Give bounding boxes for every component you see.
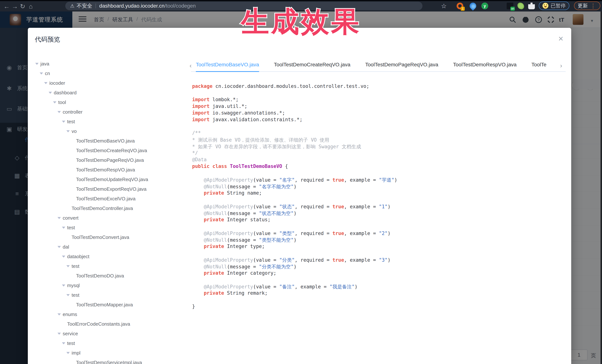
- tree-folder[interactable]: controller: [35, 107, 185, 117]
- code-line: @ApiModelProperty(value = "备注", example …: [192, 284, 563, 290]
- tree-folder[interactable]: cn: [35, 69, 185, 78]
- code-line: @ApiModelProperty(value = "状态", required…: [192, 204, 563, 210]
- code-line: private Integer status;: [192, 217, 563, 224]
- tree-folder[interactable]: java: [35, 59, 185, 69]
- caret-down-icon[interactable]: [62, 121, 65, 123]
- code-line: @NotNull(message = "类型不能为空"): [192, 237, 563, 244]
- tree-file[interactable]: ToolTestDemoMapper.java: [35, 300, 185, 310]
- tree-file[interactable]: ToolTestDemoRespVO.java: [35, 165, 185, 175]
- file-tab-3[interactable]: ToolTestDemoRespVO.java: [453, 60, 516, 72]
- code-line: /**: [192, 130, 563, 137]
- code-line: }: [192, 304, 563, 310]
- caret-down-icon[interactable]: [66, 265, 70, 267]
- tree-folder[interactable]: test: [35, 223, 185, 232]
- file-tab-4[interactable]: ToolTe: [531, 60, 546, 72]
- code-line: import lombok.*;: [192, 97, 563, 104]
- tree-folder[interactable]: test: [35, 338, 185, 348]
- tree-file[interactable]: ToolTestDemoController.java: [35, 204, 185, 213]
- code-line: * 测试示例 Base VO，提供给添加、修改、详细的子 VO 使用: [192, 137, 563, 144]
- code-line: private String remark;: [192, 290, 563, 297]
- code-line: @NotNull(message = "状态不能为空"): [192, 210, 563, 217]
- caret-down-icon[interactable]: [57, 111, 61, 113]
- tree-folder[interactable]: vo: [35, 126, 185, 136]
- code-line: public class ToolTestDemoBaseVO {: [192, 164, 563, 170]
- code-line: [192, 197, 563, 204]
- tree-folder[interactable]: test: [35, 290, 185, 300]
- caret-down-icon[interactable]: [35, 63, 39, 65]
- tree-file[interactable]: ToolTestDemoConvert.java: [35, 232, 185, 242]
- code-line: [192, 90, 563, 97]
- screen: 芋道管理系统 ◉首页✱系统管理▭基础设施▣研发工具 代码生成◇代▦表≡系▤数 首…: [0, 0, 602, 364]
- code-line: private Integer type;: [192, 244, 563, 250]
- caret-down-icon[interactable]: [62, 284, 65, 287]
- tree-file[interactable]: ToolTestDemoPageReqVO.java: [35, 155, 185, 165]
- tree-file[interactable]: ToolTestDemoExcelVO.java: [35, 194, 185, 204]
- caret-down-icon[interactable]: [49, 92, 52, 94]
- tree-folder[interactable]: tool: [35, 97, 185, 107]
- tree-folder[interactable]: mysql: [35, 281, 185, 290]
- code-line: @ApiModelProperty(value = "分类", required…: [192, 257, 563, 264]
- code-line: */: [192, 150, 563, 157]
- tree-folder[interactable]: convert: [35, 213, 185, 223]
- code-line: private Integer category;: [192, 270, 563, 277]
- annotation-text: 生成效果: [0, 3, 602, 41]
- code-line: @NotNull(message = "分类不能为空"): [192, 264, 563, 270]
- code-line: package cn.iocoder.dashboard.modules.too…: [192, 83, 563, 90]
- file-tabs: ‹ ToolTestDemoBaseVO.javaToolTestDemoCre…: [191, 60, 566, 72]
- tree-folder[interactable]: dal: [35, 242, 185, 252]
- code-preview-modal: 代码预览 × javacniocoderdashboardtoolcontrol…: [28, 28, 571, 364]
- file-tree: javacniocoderdashboardtoolcontrollertest…: [35, 59, 185, 364]
- caret-down-icon[interactable]: [62, 227, 65, 229]
- caret-down-icon[interactable]: [40, 73, 43, 74]
- tree-file[interactable]: ToolTestDemoExportReqVO.java: [35, 184, 185, 194]
- caret-down-icon[interactable]: [66, 294, 70, 296]
- tree-folder[interactable]: test: [35, 117, 185, 126]
- code-line: import java.util.*;: [192, 104, 563, 110]
- tree-folder[interactable]: test: [35, 261, 185, 271]
- code-line: [192, 250, 563, 257]
- caret-down-icon[interactable]: [44, 82, 47, 84]
- file-tab-0[interactable]: ToolTestDemoBaseVO.java: [196, 60, 259, 72]
- caret-down-icon[interactable]: [62, 256, 65, 258]
- caret-down-icon[interactable]: [57, 313, 61, 315]
- tree-folder[interactable]: dashboard: [35, 88, 185, 97]
- caret-down-icon[interactable]: [53, 101, 56, 104]
- code-line: import javax.validation.constraints.*;: [192, 117, 563, 124]
- code-line: @Data: [192, 157, 563, 164]
- code-line: * 如果子 VO 存在差异的字段，请不要添加到这里，影响 Swagger 文档生…: [192, 144, 563, 150]
- caret-down-icon[interactable]: [57, 333, 61, 335]
- tree-folder[interactable]: enums: [35, 310, 185, 319]
- code-viewer[interactable]: package cn.iocoder.dashboard.modules.too…: [192, 83, 563, 363]
- code-line: import io.swagger.annotations.*;: [192, 110, 563, 117]
- tree-folder[interactable]: service: [35, 329, 185, 338]
- tree-file[interactable]: ToolTestDemoBaseVO.java: [35, 136, 185, 146]
- tabs-scroll-right-icon[interactable]: ›: [560, 62, 562, 69]
- code-line: @ApiModelProperty(value = "类型", required…: [192, 230, 563, 237]
- tree-file[interactable]: ToolTestDemoServiceImpl.java: [35, 358, 185, 364]
- caret-down-icon[interactable]: [66, 130, 70, 132]
- code-line: @ApiModelProperty(value = "名字", required…: [192, 177, 563, 184]
- caret-down-icon[interactable]: [66, 352, 70, 354]
- file-tab-2[interactable]: ToolTestDemoPageReqVO.java: [365, 60, 438, 72]
- browser-top-strip: [0, 0, 602, 1]
- tree-folder[interactable]: dataobject: [35, 252, 185, 261]
- file-tab-1[interactable]: ToolTestDemoCreateReqVO.java: [274, 60, 350, 72]
- code-line: private String name;: [192, 190, 563, 197]
- code-line: [192, 124, 563, 130]
- code-line: [192, 170, 563, 177]
- caret-down-icon[interactable]: [62, 342, 65, 344]
- tree-folder[interactable]: impl: [35, 348, 185, 358]
- tree-file[interactable]: ToolTestDemoUpdateReqVO.java: [35, 175, 185, 184]
- code-line: [192, 297, 563, 304]
- code-line: [192, 224, 563, 230]
- tree-file[interactable]: ToolTestDemoDO.java: [35, 271, 185, 281]
- tree-folder[interactable]: iocoder: [35, 78, 185, 88]
- tree-file[interactable]: ToolTestDemoCreateReqVO.java: [35, 146, 185, 155]
- tabs-scroll-left-icon[interactable]: ‹: [190, 62, 192, 69]
- caret-down-icon[interactable]: [57, 217, 61, 219]
- code-line: [192, 277, 563, 284]
- caret-down-icon[interactable]: [57, 246, 61, 248]
- code-line: @NotNull(message = "名字不能为空"): [192, 184, 563, 190]
- tree-file[interactable]: ToolErrorCodeConstants.java: [35, 319, 185, 329]
